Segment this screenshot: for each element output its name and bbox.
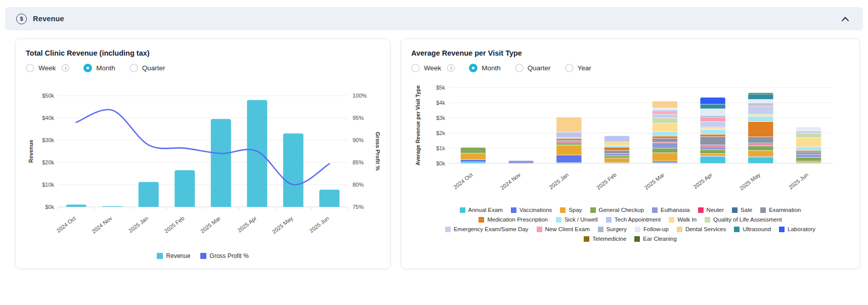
legend-item-new-client-exam[interactable]: New Client Exam: [537, 226, 590, 232]
svg-text:2025 Mar: 2025 Mar: [199, 215, 222, 234]
collapse-chevron-icon[interactable]: [839, 12, 852, 25]
radio-right-quarter[interactable]: Quarter: [515, 64, 551, 72]
svg-text:$0k: $0k: [45, 204, 54, 210]
legend-item-sale[interactable]: Sale: [732, 207, 752, 213]
right-card-title: Average Revenue per Visit Type: [411, 49, 849, 57]
legend-item-ear-cleaning[interactable]: Ear Cleaning: [634, 236, 676, 242]
svg-text:$30k: $30k: [42, 137, 54, 143]
radio-label: Week: [38, 64, 56, 72]
info-icon[interactable]: i: [447, 64, 455, 72]
legend-swatch: [779, 227, 785, 232]
radio-circle[interactable]: [129, 64, 138, 72]
svg-text:2025 May: 2025 May: [271, 215, 294, 235]
legend-label: Sick / Unwell: [565, 216, 598, 223]
legend-label: Tech Appointment: [615, 216, 661, 223]
svg-text:2024 Oct: 2024 Oct: [55, 215, 77, 234]
legend-swatch: [157, 253, 163, 259]
legend-swatch: [537, 227, 542, 232]
legend-swatch: [732, 207, 737, 213]
legend-item-sick-unwell[interactable]: Sick / Unwell: [556, 216, 598, 223]
legend-item-vaccinations[interactable]: Vaccinations: [511, 207, 552, 213]
legend-item-dental-services[interactable]: Dental Services: [677, 226, 726, 232]
svg-text:$1k: $1k: [436, 145, 445, 151]
legend-swatch: [590, 207, 596, 213]
legend-swatch: [200, 253, 206, 259]
radio-right-month[interactable]: Month: [469, 64, 501, 72]
legend-label: Examination: [769, 207, 801, 213]
legend-label: Ear Cleaning: [643, 236, 676, 242]
radio-left-month[interactable]: Month: [83, 64, 115, 72]
radio-circle[interactable]: [83, 64, 92, 72]
svg-text:100%: 100%: [353, 93, 367, 99]
radio-left-week[interactable]: Week: [26, 64, 56, 72]
radio-circle[interactable]: [565, 64, 574, 72]
legend-item-medication-prescription[interactable]: Medication Prescription: [479, 216, 548, 223]
legend-label: Dental Services: [685, 226, 726, 232]
legend-label: Follow-up: [643, 226, 669, 232]
legend-swatch: [556, 217, 561, 223]
legend-swatch: [460, 207, 465, 213]
svg-text:Average Revenue per Visit Type: Average Revenue per Visit Type: [415, 85, 421, 166]
radio-circle[interactable]: [411, 64, 420, 72]
legend-item-telemedicine[interactable]: Telemedicine: [584, 236, 626, 242]
svg-text:2025 Apr: 2025 Apr: [692, 171, 713, 190]
legend-item-surgery[interactable]: Surgery: [598, 226, 627, 232]
svg-text:$20k: $20k: [42, 159, 54, 165]
legend-label: Revenue: [166, 252, 190, 259]
info-icon[interactable]: i: [62, 64, 69, 72]
legend-item-general-checkup[interactable]: General Checkup: [590, 207, 644, 213]
legend-item-emergency-exam-same-day[interactable]: Emergency Exam/Same Day: [445, 226, 529, 232]
legend-swatch: [511, 207, 516, 213]
svg-text:$0k: $0k: [436, 160, 445, 166]
legend-item-laboratory[interactable]: Laboratory: [779, 226, 815, 232]
svg-text:$40k: $40k: [42, 115, 54, 121]
legend-item-gross-profit-[interactable]: Gross Profit %: [200, 252, 248, 259]
legend-swatch: [479, 217, 484, 223]
legend-item-quality-of-life-assessment[interactable]: Quality of Life Assessment: [705, 216, 782, 223]
svg-text:$50k: $50k: [42, 93, 54, 99]
legend-item-neuter[interactable]: Neuter: [698, 207, 724, 213]
left-period-radios: WeekiMonthQuarter: [26, 64, 380, 72]
legend-label: Medication Prescription: [487, 216, 548, 223]
svg-text:2025 May: 2025 May: [739, 171, 762, 192]
svg-text:Revenue: Revenue: [28, 140, 34, 163]
legend-label: Sale: [741, 207, 752, 213]
legend-item-tech-appointment[interactable]: Tech Appointment: [606, 216, 661, 223]
legend-item-revenue[interactable]: Revenue: [157, 252, 190, 259]
radio-label: Month: [482, 64, 501, 72]
revenue-combo-chart: $0k$10k$20k$30k$40k$50k75%80%85%90%95%10…: [26, 86, 380, 247]
charts-row: Total Clinic Revenue (including tax) Wee…: [0, 30, 868, 269]
legend-label: Spay: [569, 207, 582, 213]
svg-text:2025 Feb: 2025 Feb: [163, 215, 185, 234]
radio-circle[interactable]: [26, 64, 34, 72]
svg-text:95%: 95%: [353, 115, 364, 121]
legend-swatch: [560, 207, 566, 213]
legend-item-euthanasia[interactable]: Euthanasia: [652, 207, 690, 213]
left-card-title: Total Clinic Revenue (including tax): [26, 49, 380, 57]
legend-label: Laboratory: [788, 226, 815, 232]
legend-label: Ultrasound: [743, 226, 771, 232]
legend-item-walk-in[interactable]: Walk In: [669, 216, 697, 223]
svg-text:2025 Jun: 2025 Jun: [788, 171, 809, 190]
legend-swatch: [635, 227, 640, 232]
svg-text:80%: 80%: [353, 182, 364, 188]
svg-text:75%: 75%: [353, 204, 364, 210]
legend-label: Neuter: [707, 207, 724, 213]
radio-right-year[interactable]: Year: [565, 64, 591, 72]
svg-text:2025 Jan: 2025 Jan: [548, 171, 570, 190]
legend-item-follow-up[interactable]: Follow-up: [635, 226, 669, 232]
revenue-section-header[interactable]: $ Revenue: [5, 7, 863, 30]
legend-item-examination[interactable]: Examination: [760, 207, 801, 213]
legend-item-spay[interactable]: Spay: [560, 207, 582, 213]
svg-text:2025 Mar: 2025 Mar: [643, 171, 666, 191]
legend-item-ultrasound[interactable]: Ultrasound: [734, 226, 771, 232]
radio-circle[interactable]: [515, 64, 524, 72]
radio-right-week[interactable]: Week: [411, 64, 441, 72]
radio-left-quarter[interactable]: Quarter: [129, 64, 165, 72]
legend-swatch: [584, 236, 589, 242]
legend-item-annual-exam[interactable]: Annual Exam: [460, 207, 503, 213]
legend-swatch: [634, 236, 640, 242]
radio-circle[interactable]: [469, 64, 478, 72]
legend-swatch: [677, 227, 682, 232]
svg-text:2025 Apr: 2025 Apr: [236, 215, 257, 234]
